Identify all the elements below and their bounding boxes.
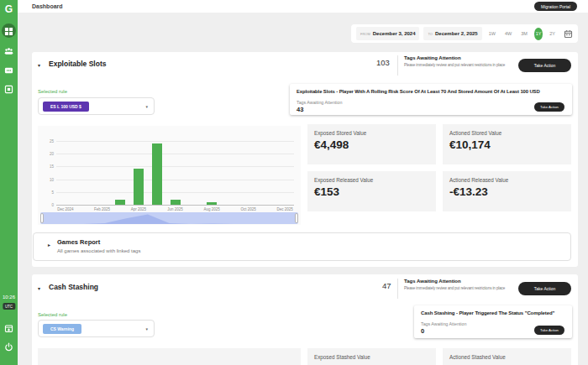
rule-summary-card: Cash Stashing - Player Triggered The Sta…	[414, 305, 572, 338]
games-report-subtitle: All games associated with linked tags	[57, 248, 140, 253]
x-axis-tick: Jun 2025	[167, 207, 183, 211]
calendar-icon[interactable]	[564, 29, 573, 39]
tags-count: 47	[382, 281, 391, 290]
chart-bar-jun-2025[interactable]	[171, 200, 181, 205]
sidebar-item-messages[interactable]	[0, 63, 18, 78]
x-axis-tick: Feb 2025	[94, 207, 110, 211]
selected-rule-chip: CS Warning	[43, 324, 81, 334]
chat-card-icon	[4, 66, 13, 76]
rule-tags-count: 43	[297, 106, 303, 113]
divider	[397, 279, 398, 299]
sidebar-item-calendar-add[interactable]	[0, 321, 18, 336]
chart-bar-may-2025[interactable]	[152, 143, 162, 205]
gridline	[56, 166, 294, 167]
rule-summary-card: Exploitable Slots - Player With A Rollin…	[290, 84, 572, 115]
gridline	[56, 141, 294, 142]
gridline	[56, 205, 294, 206]
users-icon	[4, 47, 13, 56]
y-axis-tick: 15	[50, 164, 54, 169]
selected-rule-chip: ES L 100 USD $	[43, 102, 89, 112]
sidebar-item-dashboard[interactable]	[0, 23, 18, 39]
app-root: G 10:26 UTC	[0, 0, 588, 365]
games-report-title: Games Report	[57, 238, 100, 246]
take-action-button[interactable]: Take Action	[518, 59, 571, 72]
stat-label: Actioned Stashed Value	[449, 354, 506, 360]
stat-label: Actioned Stored Value	[449, 130, 501, 136]
chart-panel: 0510152025 Dec 2024Feb 2025Apr 2025Jun 2…	[38, 126, 301, 225]
take-action-button[interactable]: Take Action	[518, 282, 571, 295]
to-date-field[interactable]: TO December 2, 2025	[423, 27, 481, 40]
migration-portal-button[interactable]: Migration Portal	[534, 2, 577, 11]
range-2y-button[interactable]: 2Y	[547, 29, 558, 38]
y-axis-tick: 0	[51, 203, 54, 207]
chevron-down-icon: ▾	[145, 104, 148, 109]
stat-value: €10,174	[449, 138, 491, 151]
gridline	[56, 180, 294, 180]
timezone-badge[interactable]: UTC	[3, 303, 15, 310]
x-axis-tick: Dec 2025	[276, 207, 292, 211]
take-action-button[interactable]: Take Action	[534, 102, 564, 112]
tags-awaiting-subtitle: Please immediately review and put releva…	[404, 63, 515, 67]
stat-card: Actioned Released Value -€13.23	[443, 171, 571, 211]
x-axis-tick: Apr 2025	[131, 207, 146, 211]
tags-awaiting-block: Tags Awaiting Attention Please immediate…	[404, 279, 515, 290]
content-area: FROM December 3, 2024 TO December 2, 202…	[18, 13, 588, 365]
stat-label: Actioned Released Value	[449, 177, 508, 183]
brush-handle-left[interactable]	[40, 213, 44, 223]
clock-time: 10:26	[0, 295, 18, 300]
stat-card: Exposed Stored Value €4,498	[307, 124, 436, 164]
chart-bar-mar-2025[interactable]	[115, 200, 125, 205]
module-icon	[4, 85, 13, 94]
page-title: Dashboard	[32, 3, 63, 9]
cash-stashing-section: ▾ Cash Stashing 47 Tags Awaiting Attenti…	[32, 274, 578, 365]
selected-rule-label: Selected rule	[38, 312, 67, 317]
stat-label: Exposed Released Value	[314, 177, 373, 183]
rule-select[interactable]: CS Warning ▾	[38, 320, 155, 337]
tags-awaiting-block: Tags Awaiting Attention Please immediate…	[404, 55, 515, 67]
rule-tags-label: Tags Awaiting Attention	[297, 100, 342, 105]
sidebar-item-reports[interactable]	[0, 81, 18, 96]
stat-card: Actioned Stashed Value	[443, 348, 571, 365]
stat-value: -€13.23	[449, 185, 488, 198]
from-date-field[interactable]: FROM December 3, 2024	[356, 27, 419, 40]
y-axis-tick: 25	[50, 139, 54, 143]
to-value: December 2, 2025	[435, 31, 478, 36]
y-axis-tick: 20	[50, 152, 54, 156]
brush-handle-right[interactable]	[295, 213, 298, 223]
range-4w-button[interactable]: 4W	[502, 29, 514, 38]
logout-button[interactable]	[0, 339, 18, 354]
y-axis-tick: 5	[51, 190, 54, 194]
chart-bar-aug-2025[interactable]	[207, 202, 217, 205]
sidebar-item-players[interactable]	[0, 44, 18, 59]
rule-tags-label: Tags Awaiting Attention	[421, 321, 466, 326]
rule-tags-count: 0	[421, 327, 424, 335]
games-report-row[interactable]: ▸ Games Report All games associated with…	[33, 232, 571, 261]
range-1y-button[interactable]: 1Y	[534, 28, 543, 40]
expand-caret-icon: ▸	[48, 242, 50, 248]
stat-card: Exposed Stashed Value	[307, 348, 436, 365]
from-label: FROM	[360, 32, 370, 36]
range-1w-button[interactable]: 1W	[486, 29, 498, 38]
to-label: TO	[428, 32, 432, 36]
stat-label: Exposed Stashed Value	[314, 354, 370, 360]
app-logo[interactable]: G	[0, 0, 18, 18]
take-action-button[interactable]: Take Action	[534, 326, 564, 335]
stat-value: €4,498	[314, 138, 349, 151]
collapse-caret-icon[interactable]: ▾	[38, 285, 40, 291]
exploitable-slots-section: ▾ Exploitable Slots 103 Tags Awaiting At…	[32, 52, 578, 267]
divider	[397, 55, 398, 76]
y-axis-tick: 10	[50, 177, 54, 181]
gridline	[56, 154, 294, 154]
tags-count: 103	[376, 58, 390, 67]
dashboard-grid-icon	[4, 27, 13, 36]
gridline	[56, 192, 294, 193]
collapse-caret-icon[interactable]: ▾	[38, 62, 40, 68]
rule-select[interactable]: ES L 100 USD $ ▾	[38, 97, 155, 115]
rule-title: Cash Stashing - Player Triggered The Sta…	[421, 310, 554, 315]
range-3m-button[interactable]: 3M	[518, 29, 530, 38]
chevron-down-icon: ▾	[145, 326, 148, 331]
power-icon	[4, 342, 13, 352]
chart-bar-apr-2025[interactable]	[134, 169, 144, 205]
chart-range-brush[interactable]	[40, 212, 298, 224]
date-range-controls: FROM December 3, 2024 TO December 2, 202…	[351, 24, 578, 43]
